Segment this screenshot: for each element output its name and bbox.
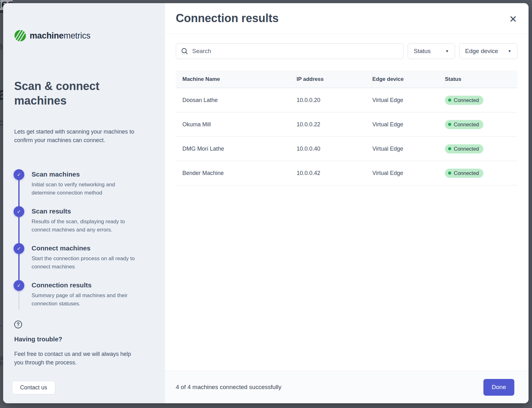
table-row: Doosan Lathe 10.0.0.20 Virtual Edge Conn…	[176, 88, 517, 112]
connected-dot-icon	[448, 171, 451, 175]
search-icon	[181, 48, 188, 55]
column-header-machine-name: Machine Name	[182, 70, 297, 88]
panel-footer: 4 of 4 machines connected successfully D…	[165, 371, 529, 403]
table-row: Bender Machine 10.0.0.42 Virtual Edge Co…	[176, 161, 517, 185]
column-header-ip-address: IP address	[297, 70, 372, 88]
step-complete-check-icon: ✓	[14, 243, 24, 254]
edge-device-cell: Virtual Edge	[372, 97, 445, 104]
panel-spacer	[165, 185, 529, 371]
status-cell: Connected	[445, 96, 517, 105]
machinemetrics-logo: machinemetrics	[14, 30, 90, 42]
status-filter-dropdown[interactable]: Status ▼	[408, 43, 455, 59]
edge-device-cell: Virtual Edge	[372, 121, 445, 128]
help-section: ? Having trouble? Feel free to contact u…	[14, 321, 139, 367]
edge-device-cell: Virtual Edge	[372, 146, 445, 152]
wizard-title: Scan & connect machines	[14, 79, 115, 108]
connection-results-panel: Connection results ✕ Status ▼ Edge devic…	[165, 3, 529, 403]
status-badge: Connected	[445, 144, 483, 153]
edge-device-cell: Virtual Edge	[372, 170, 445, 177]
table-header-row: Machine Name IP address Edge device Stat…	[176, 70, 517, 88]
wizard-sidebar: machinemetrics Scan & connect machines L…	[3, 3, 165, 403]
done-button[interactable]: Done	[483, 379, 514, 396]
wizard-stepper: ✓ Scan machines Initial scan to verify n…	[14, 169, 149, 308]
edge-device-filter-dropdown[interactable]: Edge device ▼	[459, 43, 517, 59]
machine-name-cell: Bender Machine	[182, 170, 297, 177]
logo-wordmark: machinemetrics	[30, 31, 90, 41]
connected-dot-icon	[448, 147, 451, 150]
table-toolbar: Status ▼ Edge device ▼	[176, 43, 517, 59]
chevron-down-icon: ▼	[445, 49, 449, 53]
machinemetrics-logo-icon	[14, 30, 26, 42]
status-badge: Connected	[445, 120, 483, 129]
chevron-down-icon: ▼	[508, 49, 511, 53]
ip-address-cell: 10.0.0.20	[297, 97, 372, 104]
step-connect-machines: ✓ Connect machines Start the connection …	[14, 243, 149, 280]
column-header-status: Status	[445, 70, 517, 88]
status-cell: Connected	[445, 169, 517, 178]
machines-table: Machine Name IP address Edge device Stat…	[176, 70, 517, 185]
panel-header: Connection results ✕	[165, 3, 529, 34]
help-heading: Having trouble?	[14, 336, 139, 343]
wizard-intro: Lets get started with scanning your mach…	[14, 128, 137, 145]
ip-address-cell: 10.0.0.40	[297, 146, 372, 152]
ip-address-cell: 10.0.0.22	[297, 121, 372, 128]
ip-address-cell: 10.0.0.42	[297, 170, 372, 177]
connected-dot-icon	[448, 123, 451, 126]
table-row: DMG Mori Lathe 10.0.0.40 Virtual Edge Co…	[176, 137, 517, 161]
page-title: Connection results	[176, 12, 279, 25]
scan-connect-modal: machinemetrics Scan & connect machines L…	[3, 3, 529, 403]
status-cell: Connected	[445, 144, 517, 153]
backdrop-text-fragment: c	[0, 117, 3, 128]
machine-name-cell: Doosan Lathe	[182, 97, 297, 104]
connection-summary-text: 4 of 4 machines connected successfully	[176, 384, 483, 391]
question-mark-icon: ?	[14, 321, 22, 328]
status-badge: Connected	[445, 96, 483, 105]
column-header-edge-device: Edge device	[372, 70, 445, 88]
backdrop-text-fragment: ›	[0, 323, 2, 328]
step-scan-results: ✓ Scan results Results of the scan, disp…	[14, 206, 149, 243]
contact-us-button[interactable]: Contact us	[12, 381, 55, 394]
step-complete-check-icon: ✓	[14, 169, 24, 180]
help-body: Feel free to contact us and we will alwa…	[14, 350, 139, 367]
search-input[interactable]	[192, 48, 398, 55]
status-badge: Connected	[445, 169, 483, 178]
table-row: Okuma Mill 10.0.0.22 Virtual Edge Connec…	[176, 112, 517, 137]
step-complete-check-icon: ✓	[14, 280, 24, 291]
step-connection-results: ✓ Connection results Summary page of all…	[14, 280, 149, 308]
status-cell: Connected	[445, 120, 517, 129]
step-complete-check-icon: ✓	[14, 206, 24, 217]
step-scan-machines: ✓ Scan machines Initial scan to verify n…	[14, 169, 149, 206]
machine-name-cell: Okuma Mill	[182, 121, 297, 128]
machine-name-cell: DMG Mori Lathe	[182, 146, 297, 152]
search-box[interactable]	[176, 43, 404, 59]
connected-dot-icon	[448, 99, 451, 102]
close-icon[interactable]: ✕	[506, 13, 520, 26]
